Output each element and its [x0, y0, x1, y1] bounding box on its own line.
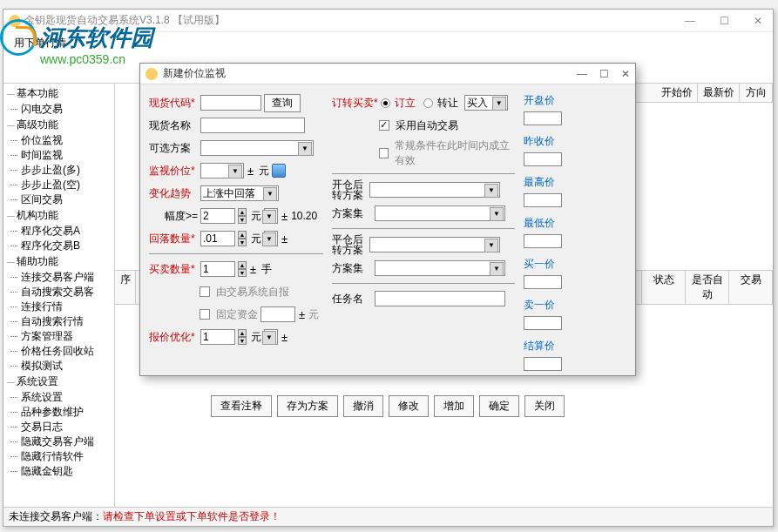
- tree-item[interactable]: 区间交易: [7, 192, 111, 207]
- form-mid-column: 订转买卖* 订立 转让 买入 采用自动交易 常规条件在此时间内成立有效 开仓后 …: [332, 93, 515, 380]
- tree-item[interactable]: 程序化交易A: [7, 224, 111, 239]
- dialog-title: 新建价位监视: [163, 66, 577, 81]
- watch-combo[interactable]: [200, 163, 244, 178]
- open-planset-combo[interactable]: [375, 205, 505, 221]
- tree-group[interactable]: 高级功能: [7, 117, 111, 133]
- maximize-button[interactable]: ☐: [714, 13, 734, 29]
- tree-item[interactable]: 模拟测试: [7, 359, 111, 374]
- auto-trade-checkbox[interactable]: [379, 120, 389, 131]
- tree-item[interactable]: 步步止盈(多): [7, 163, 111, 178]
- buy-combo[interactable]: 买入: [464, 95, 508, 111]
- tree-item[interactable]: 闪电交易: [7, 102, 111, 117]
- tree-group[interactable]: 系统设置: [7, 374, 111, 390]
- sidebar-tree[interactable]: 基本功能闪电交易高级功能价位监视时间监视步步止盈(多)步步止盈(空)区间交易机构…: [3, 84, 115, 523]
- price-value-box: [524, 357, 562, 371]
- plus-minus-icon[interactable]: ±: [247, 165, 254, 178]
- plan-combo[interactable]: [200, 140, 314, 156]
- dialog-button[interactable]: 撤消: [343, 395, 383, 417]
- code-input[interactable]: [200, 95, 261, 111]
- range-unit-combo[interactable]: [264, 208, 278, 224]
- open-plan-combo[interactable]: [369, 182, 500, 198]
- dialog-minimize[interactable]: —: [577, 68, 587, 80]
- fall-spinner[interactable]: ▲▼: [238, 231, 247, 246]
- price-label: 买一价: [524, 257, 567, 272]
- code-label: 现货代码*: [149, 96, 198, 111]
- col-header: 最新价: [698, 84, 740, 102]
- sys-self-checkbox[interactable]: [200, 286, 210, 297]
- col-header: 方向: [740, 84, 773, 102]
- price-label: 最高价: [524, 175, 567, 190]
- tree-group[interactable]: 辅助功能: [7, 253, 111, 270]
- dialog-button[interactable]: 存为方案: [277, 395, 338, 417]
- trend-label: 变化趋势: [149, 186, 198, 201]
- trade-spinner[interactable]: ▲▼: [238, 261, 247, 277]
- dialog-button[interactable]: 查看注释: [211, 395, 272, 417]
- tree-item[interactable]: 品种参数维护: [7, 405, 111, 420]
- tree-item[interactable]: 时间监视: [7, 148, 111, 163]
- close-button[interactable]: ✕: [748, 13, 768, 29]
- tree-item[interactable]: 交易日志: [7, 420, 111, 434]
- range-spinner[interactable]: ▲▼: [238, 208, 247, 224]
- minimize-button[interactable]: —: [680, 13, 700, 29]
- query-button[interactable]: 查询: [264, 94, 301, 112]
- tree-item[interactable]: 隐藏金钥匙: [7, 464, 111, 479]
- fixed-cap-checkbox[interactable]: [200, 309, 210, 320]
- fixed-cap-input[interactable]: [260, 306, 295, 322]
- price-value-box: [524, 275, 562, 289]
- tree-item[interactable]: 步步止盈(空): [7, 178, 111, 192]
- dialog-button[interactable]: 增加: [434, 395, 474, 417]
- name-input[interactable]: [200, 118, 305, 133]
- trade-qty-input[interactable]: [200, 261, 235, 277]
- opt-unit-combo[interactable]: [264, 329, 278, 345]
- tree-item[interactable]: 系统设置: [7, 390, 111, 405]
- fall-input[interactable]: [200, 231, 235, 246]
- dialog-maximize[interactable]: ☐: [599, 68, 609, 80]
- hand-unit: 手: [261, 262, 272, 277]
- watch-label: 监视价位*: [149, 164, 198, 178]
- dialog-close[interactable]: ✕: [621, 68, 630, 80]
- dialog-button[interactable]: 确定: [479, 395, 519, 417]
- fall-unit-combo[interactable]: [264, 231, 278, 246]
- price-value-box: [524, 316, 562, 330]
- dialog-titlebar: 新建价位监视 — ☐ ✕: [140, 64, 635, 84]
- tree-item[interactable]: 价位监视: [7, 133, 111, 148]
- tree-item[interactable]: 隐藏行情软件: [7, 449, 111, 464]
- opt-spinner[interactable]: ▲▼: [238, 329, 247, 345]
- trend-combo[interactable]: 上涨中回落: [200, 185, 279, 201]
- main-titlebar: 金钥匙现货自动交易系统V3.1.8 【试用版】 — ☐ ✕: [3, 10, 773, 32]
- trade-qty-label: 买卖数量*: [149, 262, 198, 277]
- tree-item[interactable]: 方案管理器: [7, 329, 111, 344]
- col-header: 是否自动: [686, 271, 729, 304]
- tree-item[interactable]: 隐藏交易客户端: [7, 434, 111, 449]
- close-plan-combo[interactable]: [369, 237, 500, 253]
- tree-item[interactable]: 连接交易客户端: [7, 270, 111, 285]
- tree-item[interactable]: 自动搜索行情: [7, 314, 111, 329]
- dialog-button[interactable]: 关闭: [524, 395, 565, 417]
- cond-checkbox[interactable]: [379, 148, 389, 158]
- radio-zhuanrang[interactable]: [423, 98, 433, 108]
- tree-item[interactable]: 自动搜索交易客: [7, 285, 111, 300]
- tree-item[interactable]: 程序化交易B: [7, 239, 111, 253]
- tree-group[interactable]: 基本功能: [7, 85, 111, 102]
- calculator-icon[interactable]: [272, 164, 286, 178]
- planset-label: 方案集: [332, 206, 372, 221]
- radio-dingli[interactable]: [381, 98, 390, 108]
- range-input[interactable]: [200, 208, 235, 224]
- menu-item[interactable]: 用下单行情: [10, 34, 70, 52]
- dialog-new-price-monitor: 新建价位监视 — ☐ ✕ 现货代码* 查询 现货名称 可选方案 监视价位*: [139, 63, 636, 376]
- dialog-button[interactable]: 修改: [389, 395, 429, 417]
- opt-input[interactable]: [200, 329, 235, 345]
- range-note: 10.20: [291, 210, 317, 222]
- plan-label: 可选方案: [149, 141, 198, 156]
- tree-item[interactable]: 价格任务回收站: [7, 344, 111, 359]
- price-label: 昨收价: [524, 134, 567, 149]
- dialog-button-row: 查看注释存为方案撤消修改增加确定关闭: [140, 388, 635, 424]
- dialog-icon: [145, 68, 158, 80]
- status-prefix: 未连接交易客户端：: [9, 509, 103, 524]
- close-planset-combo[interactable]: [375, 260, 505, 276]
- tree-item[interactable]: 连接行情: [7, 300, 111, 314]
- tree-group[interactable]: 机构功能: [7, 207, 111, 224]
- price-value-box: [524, 193, 562, 207]
- task-input[interactable]: [375, 291, 505, 306]
- price-value-box: [524, 152, 562, 166]
